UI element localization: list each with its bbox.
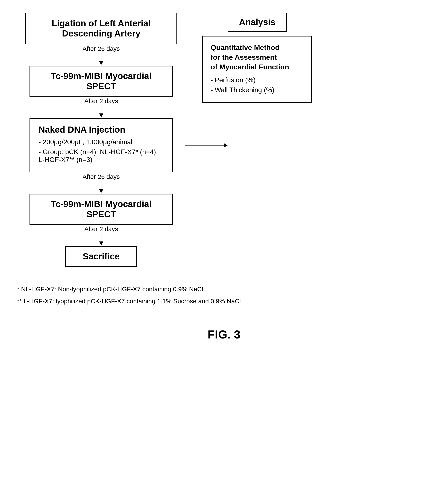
spect1-box: Tc-99m-MIBI Myocardial SPECT	[30, 66, 173, 97]
analysis-title-label: Analysis	[239, 17, 276, 27]
ligation-box: Ligation of Left Anterial Descending Art…	[25, 13, 177, 44]
arrow3-container: After 26 days	[83, 173, 120, 193]
arrow4-label: After 2 days	[84, 225, 118, 233]
quant-item1: - Perfusion (%)	[211, 76, 304, 84]
sacrifice-label: Sacrifice	[83, 251, 120, 261]
main-flow: Ligation of Left Anterial Descending Art…	[17, 13, 185, 267]
arrow2-container: After 2 days	[84, 98, 118, 117]
quant-line3: of Myocardial Function	[211, 63, 289, 71]
arrow3-label: After 26 days	[83, 173, 120, 180]
footnotes: * NL-HGF-X7: Non-lyophilized pCK-HGF-X7 …	[17, 284, 431, 306]
quant-title: Quantitative Method for the Assessment o…	[211, 43, 304, 72]
arrow2-line	[101, 105, 101, 114]
dna-box: Naked DNA Injection - 200μg/200μL, 1,000…	[30, 118, 173, 172]
arrow3-line	[101, 181, 101, 189]
arrow1-line	[101, 53, 101, 61]
quant-item2: - Wall Thickening (%)	[211, 86, 304, 94]
ligation-label: Ligation of Left Anterial Descending Art…	[52, 18, 151, 38]
arrow3-head	[99, 189, 103, 193]
footnote1: * NL-HGF-X7: Non-lyophilized pCK-HGF-X7 …	[17, 284, 431, 294]
quant-box: Quantitative Method for the Assessment o…	[202, 36, 312, 103]
arrow3-down	[99, 181, 103, 193]
dna-item1: - 200μg/200μL, 1,000μg/animal	[39, 138, 164, 146]
arrow4-head	[99, 242, 103, 245]
page-container: Ligation of Left Anterial Descending Art…	[17, 13, 431, 341]
quant-line1: Quantitative Method	[211, 43, 280, 51]
arrow1-label: After 26 days	[83, 45, 120, 52]
flowchart-wrapper: Ligation of Left Anterial Descending Art…	[17, 13, 431, 267]
arrow1-down	[99, 53, 103, 65]
arrow4-line	[101, 233, 101, 242]
arrow2-head	[99, 114, 103, 117]
arrow1-container: After 26 days	[83, 45, 120, 65]
spect2-box: Tc-99m-MIBI Myocardial SPECT	[30, 194, 173, 225]
dna-item2: - Group: pCK (n=4), NL-HGF-X7* (n=4), L-…	[39, 148, 164, 164]
footnote2: ** L-HGF-X7: lyophilized pCK-HGF-X7 cont…	[17, 296, 431, 306]
dna-title: Naked DNA Injection	[39, 125, 164, 135]
dna-row: Naked DNA Injection - 200μg/200μL, 1,000…	[17, 118, 185, 172]
spect1-label: Tc-99m-MIBI Myocardial SPECT	[51, 71, 152, 91]
horiz-arrow-head	[224, 143, 228, 147]
arrow4-down	[99, 233, 103, 245]
analysis-area: Analysis Quantitative Method for the Ass…	[198, 13, 316, 103]
spect2-label: Tc-99m-MIBI Myocardial SPECT	[51, 199, 152, 219]
figure-label: FIG. 3	[17, 327, 431, 341]
arrow1-head	[99, 61, 103, 65]
sacrifice-box: Sacrifice	[65, 246, 137, 267]
quant-line2: for the Assessment	[211, 53, 277, 61]
arrow2-label: After 2 days	[84, 98, 118, 105]
horiz-arrow-line	[185, 145, 224, 146]
analysis-title-box: Analysis	[228, 13, 287, 32]
horiz-arrow	[185, 143, 228, 147]
arrow4-container: After 2 days	[84, 225, 118, 245]
arrow2-down	[99, 105, 103, 117]
